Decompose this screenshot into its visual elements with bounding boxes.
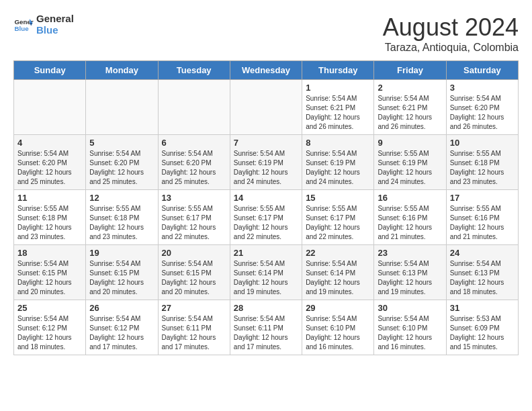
day-info: Sunrise: 5:54 AM Sunset: 6:20 PM Dayligh…: [162, 149, 226, 187]
calendar-cell: 26Sunrise: 5:54 AM Sunset: 6:12 PM Dayli…: [86, 300, 158, 355]
calendar-cell: 13Sunrise: 5:55 AM Sunset: 6:17 PM Dayli…: [158, 190, 230, 245]
calendar-cell: 20Sunrise: 5:54 AM Sunset: 6:15 PM Dayli…: [158, 245, 230, 300]
day-info: Sunrise: 5:54 AM Sunset: 6:21 PM Dayligh…: [378, 94, 442, 132]
weekday-header-tuesday: Tuesday: [158, 61, 230, 80]
day-info: Sunrise: 5:54 AM Sunset: 6:13 PM Dayligh…: [378, 259, 442, 297]
day-number: 17: [450, 193, 515, 203]
day-number: 25: [17, 303, 82, 313]
calendar-cell: 12Sunrise: 5:55 AM Sunset: 6:18 PM Dayli…: [86, 190, 158, 245]
calendar-cell: 7Sunrise: 5:54 AM Sunset: 6:19 PM Daylig…: [230, 135, 302, 190]
day-number: 27: [162, 303, 226, 313]
weekday-header-row: SundayMondayTuesdayWednesdayThursdayFrid…: [14, 61, 519, 80]
day-info: Sunrise: 5:54 AM Sunset: 6:11 PM Dayligh…: [162, 314, 226, 352]
calendar-cell: 18Sunrise: 5:54 AM Sunset: 6:15 PM Dayli…: [14, 245, 86, 300]
day-number: 16: [378, 193, 442, 203]
weekday-header-wednesday: Wednesday: [230, 61, 302, 80]
calendar-cell: 22Sunrise: 5:54 AM Sunset: 6:14 PM Dayli…: [302, 245, 374, 300]
day-number: 12: [89, 193, 154, 203]
day-number: 26: [89, 303, 154, 313]
day-number: 8: [306, 138, 370, 148]
day-number: 30: [378, 303, 442, 313]
day-number: 21: [234, 248, 298, 258]
day-info: Sunrise: 5:54 AM Sunset: 6:11 PM Dayligh…: [234, 314, 298, 352]
calendar-cell: 2Sunrise: 5:54 AM Sunset: 6:21 PM Daylig…: [374, 80, 446, 135]
calendar-cell: 14Sunrise: 5:55 AM Sunset: 6:17 PM Dayli…: [230, 190, 302, 245]
calendar-week-2: 4Sunrise: 5:54 AM Sunset: 6:20 PM Daylig…: [14, 135, 519, 190]
day-info: Sunrise: 5:54 AM Sunset: 6:15 PM Dayligh…: [162, 259, 226, 297]
day-info: Sunrise: 5:54 AM Sunset: 6:14 PM Dayligh…: [306, 259, 370, 297]
day-number: 3: [450, 83, 515, 93]
day-number: 13: [162, 193, 226, 203]
weekday-header-friday: Friday: [374, 61, 446, 80]
calendar-cell: 24Sunrise: 5:54 AM Sunset: 6:13 PM Dayli…: [446, 245, 518, 300]
calendar-cell: 17Sunrise: 5:55 AM Sunset: 6:16 PM Dayli…: [446, 190, 518, 245]
calendar-cell: 8Sunrise: 5:54 AM Sunset: 6:19 PM Daylig…: [302, 135, 374, 190]
calendar-cell: 15Sunrise: 5:55 AM Sunset: 6:17 PM Dayli…: [302, 190, 374, 245]
day-number: 23: [378, 248, 442, 258]
title-area: August 2024 Taraza, Antioquia, Colombia: [383, 13, 519, 54]
calendar-cell: 1Sunrise: 5:54 AM Sunset: 6:21 PM Daylig…: [302, 80, 374, 135]
day-number: 7: [234, 138, 298, 148]
day-info: Sunrise: 5:54 AM Sunset: 6:19 PM Dayligh…: [306, 149, 370, 187]
day-info: Sunrise: 5:55 AM Sunset: 6:18 PM Dayligh…: [17, 204, 82, 242]
calendar-cell: 31Sunrise: 5:53 AM Sunset: 6:09 PM Dayli…: [446, 300, 518, 355]
day-number: 20: [162, 248, 226, 258]
calendar-cell: 27Sunrise: 5:54 AM Sunset: 6:11 PM Dayli…: [158, 300, 230, 355]
day-info: Sunrise: 5:55 AM Sunset: 6:17 PM Dayligh…: [162, 204, 226, 242]
day-number: 19: [89, 248, 154, 258]
calendar-week-3: 11Sunrise: 5:55 AM Sunset: 6:18 PM Dayli…: [14, 190, 519, 245]
day-info: Sunrise: 5:54 AM Sunset: 6:10 PM Dayligh…: [306, 314, 370, 352]
day-info: Sunrise: 5:54 AM Sunset: 6:13 PM Dayligh…: [450, 259, 515, 297]
calendar-cell: 4Sunrise: 5:54 AM Sunset: 6:20 PM Daylig…: [14, 135, 86, 190]
day-number: 29: [306, 303, 370, 313]
logo-line1: General: [36, 13, 74, 25]
day-info: Sunrise: 5:55 AM Sunset: 6:18 PM Dayligh…: [450, 149, 515, 187]
calendar-cell: 9Sunrise: 5:55 AM Sunset: 6:19 PM Daylig…: [374, 135, 446, 190]
calendar-cell: 16Sunrise: 5:55 AM Sunset: 6:16 PM Dayli…: [374, 190, 446, 245]
calendar-cell: [158, 80, 230, 135]
day-info: Sunrise: 5:54 AM Sunset: 6:12 PM Dayligh…: [89, 314, 154, 352]
calendar-cell: 21Sunrise: 5:54 AM Sunset: 6:14 PM Dayli…: [230, 245, 302, 300]
calendar-week-1: 1Sunrise: 5:54 AM Sunset: 6:21 PM Daylig…: [14, 80, 519, 135]
calendar-title: August 2024: [383, 13, 519, 42]
day-number: 28: [234, 303, 298, 313]
day-info: Sunrise: 5:55 AM Sunset: 6:18 PM Dayligh…: [89, 204, 154, 242]
calendar-cell: 29Sunrise: 5:54 AM Sunset: 6:10 PM Dayli…: [302, 300, 374, 355]
calendar-cell: 10Sunrise: 5:55 AM Sunset: 6:18 PM Dayli…: [446, 135, 518, 190]
day-info: Sunrise: 5:54 AM Sunset: 6:10 PM Dayligh…: [378, 314, 442, 352]
day-info: Sunrise: 5:55 AM Sunset: 6:19 PM Dayligh…: [378, 149, 442, 187]
logo: General Blue General Blue: [13, 13, 74, 36]
weekday-header-monday: Monday: [86, 61, 158, 80]
weekday-header-saturday: Saturday: [446, 61, 518, 80]
day-number: 15: [306, 193, 370, 203]
calendar-cell: 6Sunrise: 5:54 AM Sunset: 6:20 PM Daylig…: [158, 135, 230, 190]
calendar-cell: 25Sunrise: 5:54 AM Sunset: 6:12 PM Dayli…: [14, 300, 86, 355]
calendar-cell: [230, 80, 302, 135]
day-info: Sunrise: 5:55 AM Sunset: 6:17 PM Dayligh…: [306, 204, 370, 242]
day-info: Sunrise: 5:54 AM Sunset: 6:15 PM Dayligh…: [17, 259, 82, 297]
day-number: 22: [306, 248, 370, 258]
day-number: 14: [234, 193, 298, 203]
calendar-cell: 3Sunrise: 5:54 AM Sunset: 6:20 PM Daylig…: [446, 80, 518, 135]
day-info: Sunrise: 5:53 AM Sunset: 6:09 PM Dayligh…: [450, 314, 515, 352]
calendar-cell: 30Sunrise: 5:54 AM Sunset: 6:10 PM Dayli…: [374, 300, 446, 355]
day-number: 24: [450, 248, 515, 258]
calendar-cell: 5Sunrise: 5:54 AM Sunset: 6:20 PM Daylig…: [86, 135, 158, 190]
day-number: 6: [162, 138, 226, 148]
day-info: Sunrise: 5:54 AM Sunset: 6:20 PM Dayligh…: [450, 94, 515, 132]
calendar-cell: 28Sunrise: 5:54 AM Sunset: 6:11 PM Dayli…: [230, 300, 302, 355]
day-info: Sunrise: 5:54 AM Sunset: 6:21 PM Dayligh…: [306, 94, 370, 132]
day-info: Sunrise: 5:54 AM Sunset: 6:12 PM Dayligh…: [17, 314, 82, 352]
calendar-week-4: 18Sunrise: 5:54 AM Sunset: 6:15 PM Dayli…: [14, 245, 519, 300]
weekday-header-sunday: Sunday: [14, 61, 86, 80]
day-info: Sunrise: 5:55 AM Sunset: 6:17 PM Dayligh…: [234, 204, 298, 242]
day-number: 2: [378, 83, 442, 93]
day-number: 4: [17, 138, 82, 148]
day-number: 1: [306, 83, 370, 93]
calendar-cell: 19Sunrise: 5:54 AM Sunset: 6:15 PM Dayli…: [86, 245, 158, 300]
day-info: Sunrise: 5:54 AM Sunset: 6:14 PM Dayligh…: [234, 259, 298, 297]
calendar-cell: 11Sunrise: 5:55 AM Sunset: 6:18 PM Dayli…: [14, 190, 86, 245]
day-info: Sunrise: 5:54 AM Sunset: 6:19 PM Dayligh…: [234, 149, 298, 187]
calendar-table: SundayMondayTuesdayWednesdayThursdayFrid…: [13, 60, 519, 355]
day-number: 31: [450, 303, 515, 313]
